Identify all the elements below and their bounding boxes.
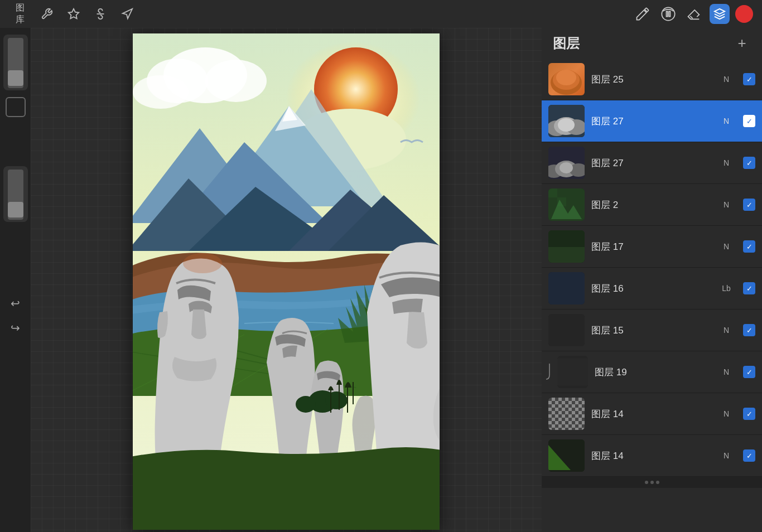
slider-track [8,38,23,88]
layer-item[interactable]: 图层 16 Lb [542,268,762,309]
layer-checkbox[interactable] [743,408,755,420]
wrench-button[interactable] [36,3,58,25]
svg-rect-59 [557,358,588,385]
top-toolbar: 图库 [0,0,762,28]
layer-name: 图层 2 [591,199,714,211]
scroll-dot [645,481,648,484]
add-layer-button[interactable]: + [733,35,751,52]
opacity-track [8,170,23,220]
shape-selector[interactable] [6,97,26,117]
strikethrough-button[interactable] [89,3,112,25]
layer-blend: N [721,367,732,376]
layer-blend: Lb [721,284,732,293]
magic-icon [67,8,80,20]
eraser-icon [686,6,702,22]
layer-item[interactable]: 图层 25 N [542,59,762,100]
layer-thumbnail [548,147,585,179]
layer-name: 图层 15 [591,324,714,337]
eraser-tool[interactable] [684,4,704,24]
layer-name: 图层 17 [591,240,714,253]
layer-name: 图层 14 [591,408,714,420]
svg-marker-0 [69,9,79,18]
svg-point-29 [296,396,316,413]
svg-rect-58 [548,314,585,346]
svg-point-37 [556,70,576,85]
svg-rect-57 [548,272,585,304]
layer-item[interactable]: 图层 17 N [542,226,762,268]
svg-point-47 [560,162,573,173]
scroll-dot [656,481,659,484]
layer-checkbox[interactable] [743,240,755,253]
layer-blend: N [721,242,732,251]
scroll-dots [645,481,659,484]
brush-size-slider[interactable] [3,35,28,90]
canvas-wrapper[interactable] [133,33,440,530]
layer-name: 图层 19 [595,366,714,379]
navigate-button[interactable] [116,3,138,25]
layer-thumbnail [548,63,585,95]
layer-item[interactable]: 图层 27 N [542,100,762,142]
slider-thumb [8,70,23,86]
layers-list: 图层 25 N 图层 27 N [542,59,762,532]
layer-name: 图层 16 [591,282,714,295]
layer-item[interactable]: 图层 14 N [542,393,762,435]
color-picker[interactable] [735,5,753,23]
layers-tool[interactable] [710,4,730,24]
layer-checkbox[interactable] [743,115,755,127]
redo-button[interactable]: ↪ [6,318,26,338]
layer-item[interactable]: 图层 15 N [542,309,762,351]
smear-tool[interactable] [658,4,678,24]
layer-thumbnail [548,314,585,346]
layer-thumbnail [548,230,585,263]
layer-blend: N [721,117,732,125]
brush-icon [635,6,650,22]
artwork [133,33,440,530]
opacity-slider[interactable] [3,166,28,222]
layer-blend: N [721,409,732,418]
layer-thumbnail [557,356,588,388]
layer-item[interactable]: 图层 14 N [542,435,762,477]
layer-item[interactable]: 图层 19 N [542,351,762,393]
layer-checkbox[interactable] [743,449,755,462]
layer-blend: N [721,451,732,460]
brush-tool[interactable] [633,4,653,24]
layer-name: 图层 27 [591,157,714,170]
layer-name: 图层 25 [591,73,714,86]
magic-button[interactable] [62,3,85,25]
scroll-indicator [542,477,762,488]
layer-checkbox[interactable] [743,366,755,378]
strikethrough-icon [94,8,107,20]
gallery-button[interactable]: 图库 [9,3,31,25]
left-sidebar: ↩ ↪ [0,28,31,532]
svg-point-11 [133,75,189,109]
svg-rect-52 [548,197,557,206]
layers-title: 图层 [553,35,580,52]
smear-icon [660,6,676,22]
main-area: ↩ ↪ [0,28,762,532]
layers-icon [713,8,726,20]
svg-rect-50 [548,188,557,197]
clip-indicator [545,364,551,380]
layer-blend: N [721,326,732,335]
svg-marker-3 [715,9,725,14]
layer-thumbnail [548,398,585,430]
layer-thumbnail [548,105,585,137]
layers-header: 图层 + [542,28,762,59]
layer-blend: N [721,200,732,209]
layer-blend: N [721,75,732,84]
toolbar-right [633,4,753,24]
svg-rect-51 [557,188,566,197]
canvas-area [31,28,542,532]
svg-rect-56 [548,247,585,263]
navigate-icon [121,8,133,20]
layer-checkbox[interactable] [743,73,755,85]
layer-item[interactable]: 图层 27 N [542,142,762,184]
layer-blend: N [721,158,732,167]
layer-checkbox[interactable] [743,282,755,294]
layer-checkbox[interactable] [743,199,755,211]
layer-item[interactable]: 图层 2 N [542,184,762,226]
layer-checkbox[interactable] [743,324,755,336]
layer-thumbnail [548,188,585,221]
layer-checkbox[interactable] [743,157,755,169]
undo-button[interactable]: ↩ [6,293,26,313]
